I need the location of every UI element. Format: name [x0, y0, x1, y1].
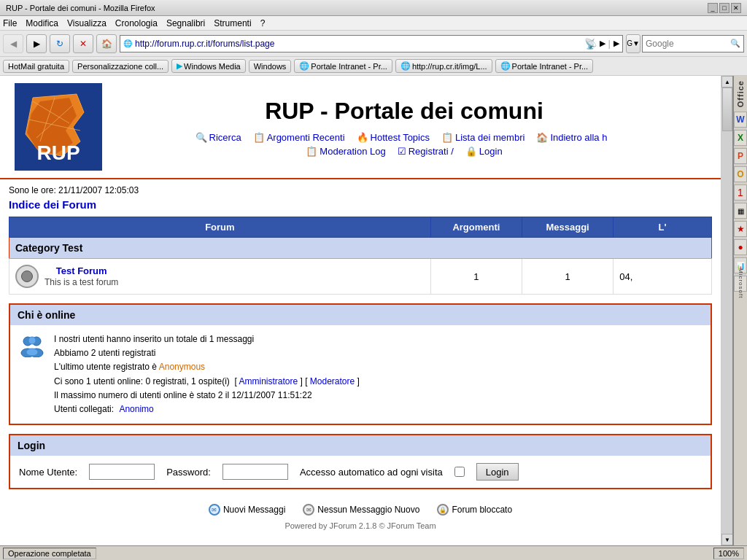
go-icon[interactable]: ▶ — [600, 39, 605, 48]
scroll-down-btn[interactable]: ▼ — [721, 534, 733, 545]
password-input[interactable] — [222, 464, 288, 480]
browser-title-text: RUP - Portale dei comuni - Mozilla Firef… — [6, 4, 155, 12]
forum-description: This is a test forum — [44, 277, 118, 287]
footer-new-messages: ✉ Nuovi Messaggi — [209, 504, 285, 516]
address-input[interactable] — [135, 39, 581, 49]
registrati-icon: ☑ — [398, 146, 406, 157]
site-title-area: RUP - Portale dei comuni 🔍 Ricerca 📋 Arg… — [102, 98, 706, 157]
login-section: Login Nome Utente: Password: Accesso aut… — [9, 434, 712, 489]
argomenti-icon: 📋 — [253, 132, 265, 143]
scroll-up-btn[interactable]: ▲ — [721, 76, 733, 88]
bookmark-rup-img[interactable]: 🌐 http://rup.cr.it/img/L... — [395, 59, 492, 73]
menu-visualizza[interactable]: Visualizza — [67, 18, 107, 28]
search-input[interactable] — [646, 39, 730, 49]
maximize-btn[interactable]: □ — [719, 3, 729, 13]
scroll-track[interactable] — [721, 88, 732, 534]
forum-name-link[interactable]: Test Forum — [44, 265, 118, 276]
th-messaggi: Messaggi — [522, 217, 613, 238]
nav-lista-membri[interactable]: 📋 Lista dei membri — [441, 132, 525, 143]
nav-indietro[interactable]: 🏠 Indietro alla h — [536, 132, 607, 143]
online-count-line: Ci sono 1 utenti online: 0 registrati, 1… — [54, 375, 360, 389]
logo-text: RUP — [36, 141, 80, 165]
address-icon: 🌐 — [123, 39, 132, 47]
nome-input[interactable] — [89, 464, 155, 480]
google-btn[interactable]: G▼ — [626, 34, 640, 53]
site-title: RUP - Portale dei comuni — [102, 98, 706, 125]
office-btn-red[interactable]: ● — [734, 239, 747, 255]
forum-info-inner: Test Forum This is a test forum — [15, 265, 425, 288]
office-btn-o[interactable]: O — [734, 166, 747, 182]
th-argomenti: Argomenti — [430, 217, 522, 238]
connected-user-link[interactable]: Anonimo — [119, 404, 153, 414]
menu-segnalibri[interactable]: Segnalibri — [166, 18, 205, 28]
forward-button[interactable]: ▶ — [26, 34, 47, 53]
moderation-icon: 📋 — [306, 146, 317, 157]
title-controls[interactable]: _ □ ✕ — [708, 3, 741, 13]
portale-icon-2: 🌐 — [500, 61, 511, 71]
nav-registrati[interactable]: ☑ Registrati / — [398, 146, 454, 157]
rss-icon[interactable]: 📡 — [584, 38, 597, 50]
office-btn-star[interactable]: ★ — [734, 221, 747, 237]
admin-link[interactable]: Amministratore — [239, 376, 298, 386]
nav-ricerca[interactable]: 🔍 Ricerca — [196, 132, 241, 143]
logo-box: RUP — [15, 83, 102, 171]
connected-line: Utenti collegati: Anonimo — [54, 402, 360, 416]
nav-moderation-log[interactable]: 📋 Moderation Log — [306, 146, 385, 157]
menu-file[interactable]: File — [3, 18, 17, 28]
search-submit-icon[interactable]: 🔍 — [730, 39, 740, 48]
footer-locked-forum: 🔒 Forum bloccato — [437, 504, 512, 516]
users-svg — [20, 334, 44, 357]
bookmark-personalizzazione[interactable]: Personalizzazione coll... — [72, 60, 169, 73]
menu-help[interactable]: ? — [260, 18, 266, 28]
forum-icon-inner — [21, 271, 33, 282]
locked-forum-icon: 🔒 — [437, 504, 449, 516]
page-content: RUP RUP - Portale dei comuni 🔍 Ricerca 📋 — [0, 76, 721, 545]
menu-cronologia[interactable]: Cronologia — [115, 18, 158, 28]
scroll-thumb[interactable] — [722, 88, 732, 131]
login-icon: 🔒 — [465, 146, 477, 157]
table-row: Test Forum This is a test forum 1 1 04, — [9, 259, 712, 295]
go-btn[interactable]: ▶ — [614, 39, 619, 48]
no-new-messages-icon: ✉ — [303, 504, 314, 516]
menu-modifica[interactable]: Modifica — [26, 18, 58, 28]
minimize-btn[interactable]: _ — [708, 3, 718, 13]
auto-checkbox[interactable] — [454, 467, 465, 477]
office-btn-ms[interactable]: Microsoft — [734, 276, 747, 292]
bookmark-portale-intranet-2[interactable]: 🌐 Portale Intranet - Pr... — [495, 59, 594, 73]
nav-hottest-topics[interactable]: 🔥 Hottest Topics — [357, 132, 430, 143]
refresh-button[interactable]: ↻ — [50, 34, 70, 53]
back-button[interactable]: ◀ — [3, 34, 23, 53]
bookmark-windows-media[interactable]: ▶ Windows Media — [171, 59, 246, 73]
office-btn-w[interactable]: W — [734, 112, 747, 128]
office-btn-2[interactable]: ▦ — [734, 203, 747, 219]
office-btn-x[interactable]: X — [734, 130, 747, 146]
office-btn-p[interactable]: P — [734, 148, 747, 164]
bookmark-hotmail[interactable]: HotMail gratuita — [3, 60, 69, 73]
bookmark-portale-intranet-1[interactable]: 🌐 Portale Intranet - Pr... — [294, 59, 392, 73]
footer-icons: ✉ Nuovi Messaggi ✉ Nessun Messaggio Nuov… — [9, 498, 712, 521]
nav-login[interactable]: 🔒 Login — [465, 146, 503, 157]
scrollbar[interactable]: ▲ ▼ — [721, 76, 732, 545]
last-user-link[interactable]: Anonymous — [159, 362, 205, 372]
online-line-3: L'ultimo utente registrato è Anonymous — [54, 360, 360, 374]
login-section-header: Login — [10, 435, 711, 456]
menu-strumenti[interactable]: Strumenti — [214, 18, 251, 28]
svg-point-11 — [26, 349, 38, 356]
login-body: Nome Utente: Password: Accesso automatic… — [10, 456, 711, 488]
moderatore-link[interactable]: Moderatore — [310, 376, 355, 386]
online-section-header: Chi è online — [10, 305, 711, 325]
max-online-line: Il massimo numero di utenti online è sta… — [54, 389, 360, 402]
stop-button[interactable]: ✕ — [73, 34, 93, 53]
close-btn[interactable]: ✕ — [731, 3, 741, 13]
login-button[interactable]: Login — [476, 463, 519, 481]
home-button[interactable]: 🏠 — [96, 34, 117, 53]
table-header-row: Forum Argomenti Messaggi L' — [9, 217, 712, 238]
office-btn-1[interactable]: 1 — [734, 184, 747, 201]
hottest-icon: 🔥 — [357, 132, 368, 143]
portale-icon-1: 🌐 — [299, 61, 309, 71]
header-inner: RUP RUP - Portale dei comuni 🔍 Ricerca 📋 — [0, 83, 721, 178]
nav-argomenti-recenti[interactable]: 📋 Argomenti Recenti — [253, 132, 345, 143]
forum-index-title: Indice dei Forum — [9, 198, 712, 211]
bookmark-windows[interactable]: Windows — [249, 60, 292, 73]
category-row: Category Test — [9, 238, 712, 259]
